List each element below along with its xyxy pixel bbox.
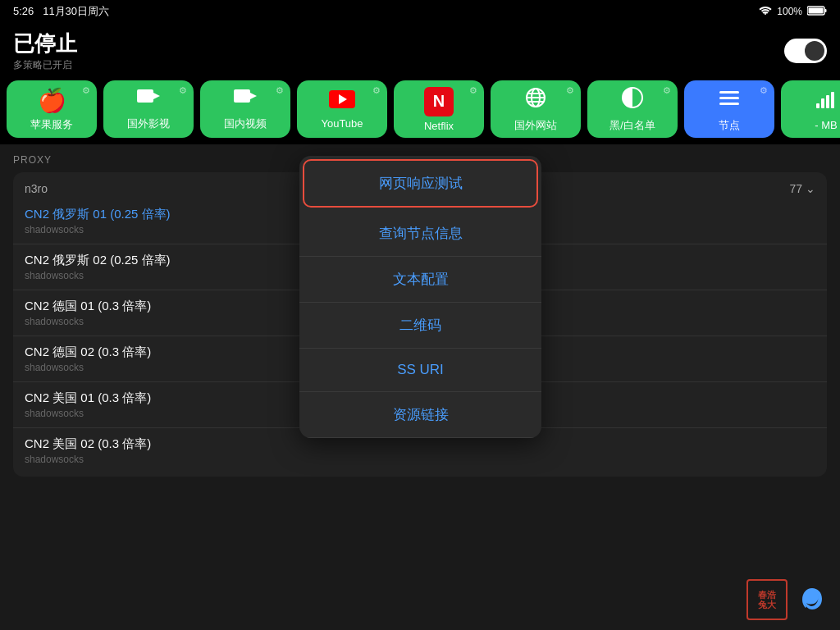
toggle-button[interactable] <box>784 39 827 63</box>
apple-icon: 🍎 <box>38 87 66 114</box>
server-name: CN2 美国 02 (0.3 倍率) <box>25 436 815 452</box>
foreign-site-label: 国外网站 <box>514 118 557 133</box>
svg-rect-19 <box>821 98 824 108</box>
header: 已停止 多策略已开启 <box>0 23 840 80</box>
server-type: shadowsocks <box>25 454 815 465</box>
svg-rect-3 <box>137 89 153 103</box>
tab-node[interactable]: ⚙节点 <box>684 80 774 138</box>
status-date: 11月30日周六 <box>43 5 109 17</box>
svg-rect-18 <box>816 103 819 108</box>
gear-icon: ⚙ <box>469 85 477 96</box>
gear-icon: ⚙ <box>179 85 187 96</box>
svg-rect-16 <box>719 97 739 99</box>
header-subtitle: 多策略已开启 <box>13 58 77 72</box>
gear-icon: ⚙ <box>82 85 90 96</box>
dropdown-menu: 网页响应测试查询节点信息文本配置二维码SS URI资源链接 <box>299 156 541 438</box>
gear-icon: ⚙ <box>663 85 671 96</box>
blackwhite-icon <box>621 86 644 115</box>
dropdown-item-resource-link[interactable]: 资源链接 <box>299 392 541 438</box>
tab-netflix[interactable]: ⚙NNetflix <box>394 80 484 138</box>
gear-icon: ⚙ <box>276 85 284 96</box>
youtube-label: YouTube <box>321 117 363 130</box>
gear-icon: ⚙ <box>372 85 381 96</box>
svg-rect-15 <box>719 91 739 94</box>
tab-bar: ⚙🍎苹果服务⚙国外影视⚙国内视频⚙YouTube⚙NNetflix⚙国外网站⚙黑… <box>0 80 840 144</box>
group-count: 77 ⌄ <box>789 182 815 195</box>
tab-blackwhite[interactable]: ⚙黑/白名单 <box>587 80 678 138</box>
mb-label: - MB <box>815 119 837 131</box>
status-bar: 5:26 11月30日周六 100% <box>0 0 840 23</box>
dropdown-item-web-test[interactable]: 网页响应测试 <box>303 159 538 208</box>
domestic-video-label: 国内视频 <box>224 116 267 131</box>
dropdown-item-query-node[interactable]: 查询节点信息 <box>299 211 541 257</box>
svg-rect-5 <box>234 89 250 103</box>
gear-icon: ⚙ <box>760 85 768 96</box>
group-name: n3ro <box>25 182 48 195</box>
mb-icon <box>815 87 838 116</box>
header-left: 已停止 多策略已开启 <box>13 30 77 72</box>
blackwhite-label: 黑/白名单 <box>609 118 655 133</box>
foreign-site-icon <box>524 86 547 115</box>
svg-rect-21 <box>831 92 834 108</box>
tab-youtube[interactable]: ⚙YouTube <box>297 80 387 138</box>
svg-rect-2 <box>825 9 827 12</box>
battery-icon <box>807 6 827 18</box>
header-title: 已停止 <box>13 30 77 58</box>
node-icon <box>718 86 741 115</box>
status-time-date: 5:26 11月30日周六 <box>13 4 109 19</box>
tab-domestic-video[interactable]: ⚙国内视频 <box>200 80 290 138</box>
dropdown-item-ss-uri[interactable]: SS URI <box>299 349 541 392</box>
battery-label: 100% <box>777 6 802 17</box>
domestic-video-icon <box>234 88 257 113</box>
svg-marker-4 <box>153 93 160 99</box>
tab-mb[interactable]: ⚙- MB <box>781 80 840 138</box>
netflix-icon: N <box>424 87 454 116</box>
youtube-icon <box>329 89 355 114</box>
node-label: 节点 <box>719 118 740 133</box>
dropdown-item-qrcode[interactable]: 二维码 <box>299 303 541 349</box>
chevron-down-icon: ⌄ <box>806 182 815 195</box>
wifi-icon <box>759 6 772 18</box>
foreign-video-icon <box>137 88 160 113</box>
foreign-video-label: 国外影视 <box>127 116 170 131</box>
bottom-icons: 春浩 兔大 <box>746 579 827 620</box>
netflix-label: Netflix <box>424 120 454 132</box>
tab-apple[interactable]: ⚙🍎苹果服务 <box>7 80 97 138</box>
svg-rect-20 <box>826 95 829 108</box>
status-right-icons: 100% <box>759 6 827 18</box>
gear-icon: ⚙ <box>566 85 574 96</box>
tab-foreign-video[interactable]: ⚙国外影视 <box>103 80 194 138</box>
tab-foreign-site[interactable]: ⚙国外网站 <box>491 80 581 138</box>
svg-marker-6 <box>250 93 257 99</box>
dropdown-item-text-config[interactable]: 文本配置 <box>299 257 541 303</box>
status-time: 5:26 <box>13 5 34 17</box>
stamp-icon: 春浩 兔大 <box>746 579 788 620</box>
svg-rect-1 <box>809 7 824 13</box>
leaf-icon <box>797 585 827 614</box>
apple-label: 苹果服务 <box>30 117 73 132</box>
svg-rect-17 <box>719 103 739 105</box>
